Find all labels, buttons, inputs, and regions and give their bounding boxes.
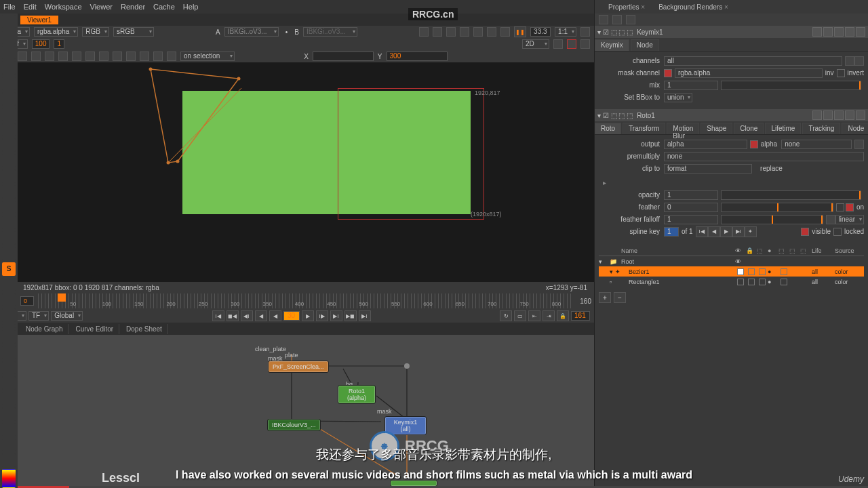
next-icon[interactable] (845, 110, 854, 120)
viewer-tab-1[interactable]: Viewer1 (20, 16, 58, 24)
key-next-icon[interactable]: ▶ (720, 226, 732, 237)
frame-100[interactable]: 100 (32, 39, 50, 49)
ch-arrow-icon[interactable] (845, 56, 854, 66)
splinekey-field[interactable]: 1 (664, 227, 679, 237)
opt5-icon[interactable] (167, 52, 176, 61)
pause-icon[interactable] (473, 27, 483, 37)
toolbar-script-icon[interactable]: S (2, 262, 16, 276)
menu-workspace[interactable]: Workspace (45, 3, 82, 11)
node-roto1[interactable]: Roto1 (alpha) (338, 385, 376, 404)
visible-ck[interactable] (801, 228, 809, 236)
shape-row-rect[interactable]: ▫ Rectangle1 ● all color (599, 277, 864, 287)
timeline[interactable]: 0 50 100 150 200 250 300 350 400 450 500… (0, 293, 594, 309)
zoom-percent[interactable]: 33.3 (530, 27, 551, 37)
toolbar-vecto-icon[interactable] (2, 407, 16, 421)
toolbar-particles-icon[interactable] (2, 169, 16, 183)
next-icon[interactable] (845, 27, 854, 37)
revert-icon[interactable] (834, 110, 844, 120)
next-key-button[interactable]: ▶◼ (344, 310, 357, 321)
panel-header-roto[interactable]: ▾ ☑ ⬚ ⬚ ⬚ Roto1 (595, 109, 868, 121)
pause-button[interactable]: ❚❚ (514, 26, 526, 37)
graph-tabs[interactable]: Node Graph Curve Editor Dope Sheet (0, 323, 594, 335)
toolbar-doc-icon[interactable] (2, 453, 16, 467)
point-tool-icon[interactable] (72, 52, 81, 61)
lock-all-icon[interactable] (612, 15, 622, 24)
input-a-clip[interactable]: IBKGi..oV3... (224, 27, 279, 37)
play-rev-button[interactable]: ◀ (269, 310, 281, 321)
toolbar-wave-icon[interactable] (2, 376, 16, 390)
revert-icon[interactable] (834, 27, 844, 37)
bbox-field[interactable]: union (664, 93, 692, 102)
opt1-icon[interactable] (113, 52, 122, 61)
opacity-slider[interactable] (721, 190, 861, 200)
tab-properties[interactable]: Properties (604, 2, 649, 12)
menu-edit[interactable]: Edit (24, 3, 37, 11)
key-prev-icon[interactable]: ◀ (708, 226, 720, 237)
opacity-field[interactable]: 1 (664, 190, 718, 200)
frame-1[interactable]: 1 (54, 39, 64, 49)
toolbar-viewer1-icon[interactable] (2, 330, 16, 344)
colorspace-selector[interactable]: RGB (82, 27, 109, 37)
expand-icon[interactable] (599, 15, 608, 24)
tab-bg-renders[interactable]: Background Renders (654, 2, 732, 12)
ch-link-icon[interactable] (854, 56, 864, 66)
close-panel-icon[interactable] (856, 27, 865, 37)
step-back-button[interactable]: ◀I (241, 310, 253, 321)
shape-row-root[interactable]: ▾📁 Root 👁 (599, 256, 864, 266)
viewer-settings-icon[interactable] (580, 27, 590, 37)
shapes-table[interactable]: Name 👁🔒⬚●⬚⬚⬚ Life Source ▾📁 Root 👁 ▾ ✦ B… (599, 246, 864, 287)
region-icon[interactable] (419, 27, 429, 37)
toolbar-time-icon[interactable] (2, 46, 16, 60)
step-fwd-button[interactable]: ▶I (330, 310, 342, 321)
subtab-lifetime[interactable]: Lifetime (765, 123, 801, 134)
lut-selector[interactable]: sRGB (113, 27, 154, 37)
opt3-icon[interactable] (140, 52, 149, 61)
subtab-keymix[interactable]: Keymix (595, 39, 629, 51)
viewer-toolbar-3[interactable]: on selection X Y 300 (0, 50, 594, 62)
viewer-menu-icon[interactable] (580, 39, 590, 49)
crop-region[interactable] (338, 88, 484, 220)
toolbar-trash-icon[interactable] (2, 423, 16, 436)
subtab-transform[interactable]: Transform (623, 123, 665, 134)
key-first-icon[interactable]: I◀ (696, 226, 708, 237)
alpha-selector[interactable]: rgba.alpha (34, 27, 78, 37)
properties-pane[interactable]: Properties Background Renders ▾ ☑ ⬚ ⬚ ⬚ … (594, 0, 868, 488)
toolbar-channel-icon[interactable] (2, 61, 16, 75)
alpha-x-icon[interactable] (750, 140, 758, 148)
prev-frame-button[interactable]: ◀ (255, 310, 267, 321)
feather-field[interactable]: 0 (664, 203, 718, 212)
out-icon[interactable]: ⇥ (542, 310, 555, 321)
clipto-field[interactable]: format (664, 164, 752, 174)
output-link-icon[interactable] (854, 140, 864, 149)
mix-slider[interactable] (721, 81, 861, 90)
playhead[interactable] (58, 293, 66, 302)
tab-node-graph[interactable]: Node Graph (20, 324, 68, 334)
subtab-tracking[interactable]: Tracking (802, 123, 840, 134)
timeline-track[interactable]: 50 100 150 200 250 300 350 400 450 500 5… (38, 293, 573, 308)
toolbar-deep-icon[interactable] (2, 185, 16, 199)
tangent-tool-icon[interactable] (85, 52, 95, 61)
feather-tool-icon[interactable] (99, 52, 108, 61)
falloff-field[interactable]: 1 (664, 215, 718, 224)
falloff-type[interactable]: linear (835, 215, 864, 224)
premult-field[interactable]: none (664, 152, 864, 161)
minimize-icon[interactable] (823, 27, 833, 37)
toolbar-views-icon[interactable] (2, 201, 16, 214)
add-shape-button[interactable]: + (599, 292, 611, 303)
toolbar-metadata-icon[interactable] (2, 216, 16, 229)
panel-header-keymix[interactable]: ▾ ☑ ⬚ ⬚ ⬚ Keymix1 (595, 26, 868, 38)
maskch-x-icon[interactable] (664, 69, 672, 77)
move-tool-icon[interactable] (18, 52, 27, 61)
toolbar-gizmo-icon[interactable] (2, 308, 16, 322)
output-field[interactable]: alpha (664, 140, 747, 149)
capture-icon[interactable] (567, 39, 576, 49)
toolbar-transform-icon[interactable] (2, 138, 16, 152)
float-icon[interactable] (812, 27, 822, 37)
loop-icon[interactable]: ↻ (500, 310, 512, 321)
left-toolbar[interactable]: S (0, 14, 18, 488)
toolbar-draw-icon[interactable] (2, 30, 16, 44)
y-value[interactable]: 300 (387, 52, 448, 61)
goto-start-button[interactable]: I◀ (212, 310, 224, 321)
toolbar-toolsets-icon[interactable] (2, 231, 16, 245)
pauserender-icon[interactable] (500, 27, 510, 37)
